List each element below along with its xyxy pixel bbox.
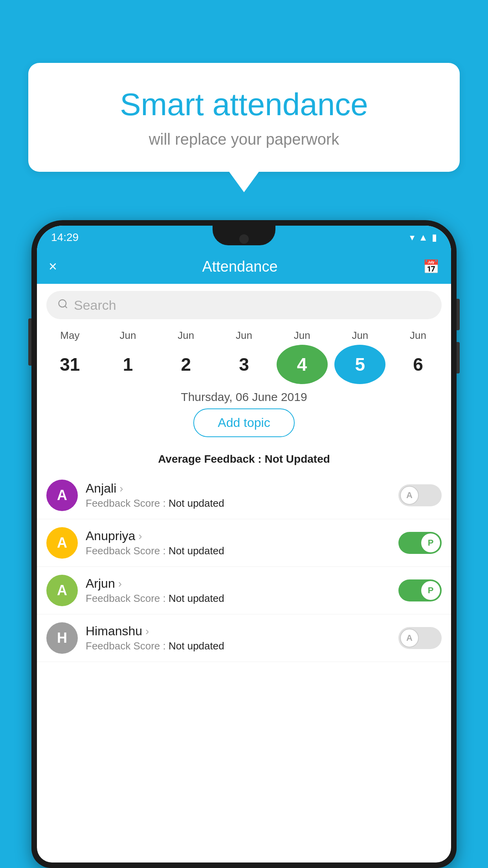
- student-feedback-himanshu: Feedback Score : Not updated: [86, 640, 391, 652]
- speech-bubble: Smart attendance will replace your paper…: [28, 63, 460, 172]
- attendance-toggle-himanshu[interactable]: A: [398, 627, 442, 649]
- avg-feedback-label: Average Feedback :: [158, 453, 262, 465]
- chevron-icon: ›: [119, 482, 123, 495]
- toggle-knob-himanshu: A: [400, 629, 419, 647]
- calendar-day-31[interactable]: 31: [44, 345, 95, 384]
- student-feedback-arjun: Feedback Score : Not updated: [86, 592, 391, 605]
- calendar-month-5: Jun: [334, 326, 385, 345]
- student-name-anjali: Anjali ›: [86, 481, 391, 496]
- calendar-month-2: Jun: [160, 326, 211, 345]
- chevron-icon: ›: [138, 530, 142, 542]
- calendar-day-4[interactable]: 4: [277, 345, 328, 384]
- status-time: 14:29: [51, 231, 79, 244]
- calendar-months: MayJunJunJunJunJunJun: [37, 326, 451, 345]
- avg-feedback: Average Feedback : Not Updated: [37, 453, 451, 465]
- add-topic-button[interactable]: Add topic: [193, 408, 294, 437]
- student-name-himanshu: Himanshu ›: [86, 624, 391, 638]
- signal-icon: ▲: [418, 232, 428, 243]
- bubble-subtitle: will replace your paperwork: [52, 131, 436, 148]
- search-bar[interactable]: Search: [46, 291, 442, 319]
- attendance-toggle-arjun[interactable]: P: [398, 579, 442, 601]
- calendar-day-3[interactable]: 3: [218, 345, 270, 384]
- avatar-arjun: A: [46, 575, 78, 606]
- student-item-anupriya[interactable]: AAnupriya ›Feedback Score : Not updatedP: [37, 519, 451, 567]
- calendar-month-3: Jun: [218, 326, 270, 345]
- phone-power-button: [457, 299, 460, 330]
- svg-point-0: [59, 300, 66, 307]
- calendar-day-2[interactable]: 2: [160, 345, 211, 384]
- student-item-arjun[interactable]: AArjun ›Feedback Score : Not updatedP: [37, 567, 451, 614]
- search-icon: [57, 298, 68, 312]
- attendance-toggle-anjali[interactable]: A: [398, 484, 442, 506]
- student-name-anupriya: Anupriya ›: [86, 529, 391, 543]
- calendar-day-5[interactable]: 5: [334, 345, 385, 384]
- calendar-month-6: Jun: [393, 326, 444, 345]
- toggle-knob-anupriya: P: [421, 533, 440, 552]
- calendar-days[interactable]: 31123456: [37, 345, 451, 384]
- calendar-icon[interactable]: 📅: [423, 259, 439, 274]
- avatar-himanshu: H: [46, 622, 78, 654]
- calendar-day-6[interactable]: 6: [393, 345, 444, 384]
- chevron-icon: ›: [118, 577, 122, 590]
- status-icons: ▾ ▲ ▮: [410, 232, 437, 243]
- toggle-knob-arjun: P: [421, 581, 440, 600]
- phone-camera: [239, 234, 249, 244]
- app-bar: × Attendance 📅: [37, 249, 451, 284]
- wifi-icon: ▾: [410, 232, 415, 243]
- svg-line-1: [65, 306, 67, 308]
- toggle-knob-anjali: A: [400, 486, 419, 505]
- chevron-icon: ›: [145, 625, 149, 638]
- bubble-title: Smart attendance: [52, 86, 436, 123]
- calendar-month-4: Jun: [277, 326, 328, 345]
- student-list: AAnjali ›Feedback Score : Not updatedAAA…: [37, 472, 451, 662]
- avatar-anjali: A: [46, 480, 78, 511]
- phone-notch: [213, 226, 275, 245]
- selected-date-label: Thursday, 06 June 2019: [37, 390, 451, 404]
- avg-feedback-value: Not Updated: [264, 453, 330, 465]
- student-feedback-anjali: Feedback Score : Not updated: [86, 497, 391, 509]
- phone-volume-button: [28, 318, 31, 366]
- search-input-placeholder: Search: [74, 298, 116, 313]
- phone-mockup: 14:29 ▾ ▲ ▮ × Attendance 📅 Search MayJun…: [31, 220, 457, 868]
- phone-volume-down-button: [457, 342, 460, 373]
- close-button[interactable]: ×: [49, 258, 57, 275]
- student-name-arjun: Arjun ›: [86, 576, 391, 591]
- calendar-month-1: Jun: [103, 326, 154, 345]
- attendance-toggle-anupriya[interactable]: P: [398, 532, 442, 554]
- avatar-anupriya: A: [46, 527, 78, 559]
- calendar-month-0: May: [44, 326, 95, 345]
- phone-screen: 14:29 ▾ ▲ ▮ × Attendance 📅 Search MayJun…: [37, 226, 451, 862]
- calendar-day-1[interactable]: 1: [103, 345, 154, 384]
- student-feedback-anupriya: Feedback Score : Not updated: [86, 545, 391, 557]
- student-item-anjali[interactable]: AAnjali ›Feedback Score : Not updatedA: [37, 472, 451, 519]
- app-bar-title: Attendance: [57, 258, 423, 275]
- student-item-himanshu[interactable]: HHimanshu ›Feedback Score : Not updatedA: [37, 614, 451, 662]
- battery-icon: ▮: [432, 232, 437, 243]
